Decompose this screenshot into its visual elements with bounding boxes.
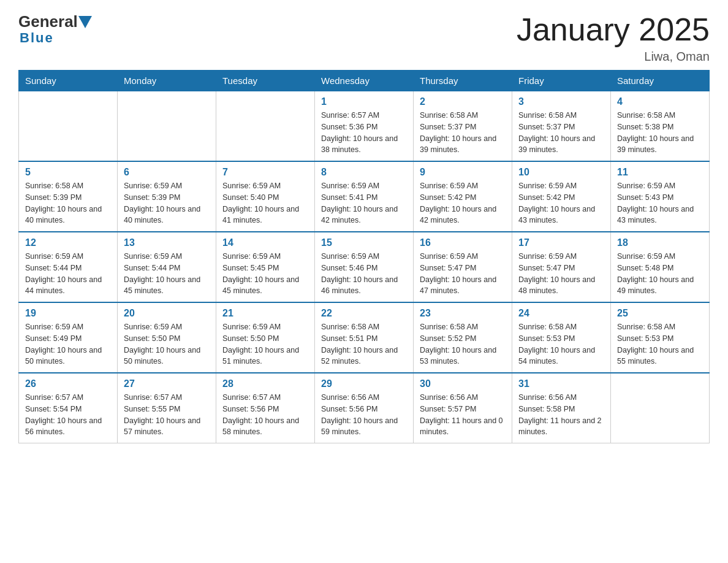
calendar-cell-w4-d2: 20 Sunrise: 6:59 AM Sunset: 5:50 PM Dayl…	[118, 302, 216, 373]
daylight-label: Daylight: 10 hours and 40 minutes.	[25, 205, 102, 225]
calendar-cell-w3-d2: 13 Sunrise: 6:59 AM Sunset: 5:44 PM Dayl…	[118, 232, 216, 302]
day-info: Sunrise: 6:59 AM Sunset: 5:42 PM Dayligh…	[420, 180, 506, 226]
day-info: Sunrise: 6:59 AM Sunset: 5:43 PM Dayligh…	[617, 180, 703, 226]
sunrise-label: Sunrise: 6:59 AM	[617, 252, 675, 261]
day-number: 9	[420, 167, 506, 178]
calendar-table: Sunday Monday Tuesday Wednesday Thursday…	[18, 70, 710, 443]
calendar-cell-w2-d6: 10 Sunrise: 6:59 AM Sunset: 5:42 PM Dayl…	[512, 161, 611, 232]
daylight-label: Daylight: 10 hours and 56 minutes.	[25, 416, 102, 437]
day-info: Sunrise: 6:58 AM Sunset: 5:37 PM Dayligh…	[518, 110, 604, 156]
sunset-label: Sunset: 5:54 PM	[25, 405, 82, 413]
day-number: 3	[518, 96, 604, 107]
calendar-cell-w1-d2	[118, 91, 216, 162]
daylight-label: Daylight: 10 hours and 58 minutes.	[222, 416, 299, 437]
day-number: 21	[222, 308, 308, 319]
sunrise-label: Sunrise: 6:56 AM	[321, 393, 379, 402]
day-info: Sunrise: 6:59 AM Sunset: 5:50 PM Dayligh…	[124, 321, 210, 367]
day-info: Sunrise: 6:59 AM Sunset: 5:44 PM Dayligh…	[25, 251, 111, 297]
day-info: Sunrise: 6:58 AM Sunset: 5:51 PM Dayligh…	[321, 321, 407, 367]
sunset-label: Sunset: 5:53 PM	[617, 334, 673, 343]
sunrise-label: Sunrise: 6:58 AM	[617, 323, 675, 331]
calendar-header-row: Sunday Monday Tuesday Wednesday Thursday…	[19, 71, 710, 91]
sunrise-label: Sunrise: 6:57 AM	[222, 393, 281, 402]
sunrise-label: Sunrise: 6:59 AM	[222, 252, 281, 261]
sunrise-label: Sunrise: 6:59 AM	[222, 323, 281, 331]
day-info: Sunrise: 6:59 AM Sunset: 5:47 PM Dayligh…	[518, 251, 604, 297]
day-info: Sunrise: 6:58 AM Sunset: 5:52 PM Dayligh…	[420, 321, 506, 367]
sunrise-label: Sunrise: 6:59 AM	[617, 182, 675, 190]
calendar-cell-w2-d1: 5 Sunrise: 6:58 AM Sunset: 5:39 PM Dayli…	[19, 161, 118, 232]
calendar-cell-w3-d7: 18 Sunrise: 6:59 AM Sunset: 5:48 PM Dayl…	[611, 232, 710, 302]
calendar-cell-w1-d5: 2 Sunrise: 6:58 AM Sunset: 5:37 PM Dayli…	[414, 91, 512, 162]
calendar-cell-w5-d1: 26 Sunrise: 6:57 AM Sunset: 5:54 PM Dayl…	[19, 373, 118, 443]
sunset-label: Sunset: 5:38 PM	[617, 123, 673, 131]
calendar-cell-w1-d6: 3 Sunrise: 6:58 AM Sunset: 5:37 PM Dayli…	[512, 91, 611, 162]
sunrise-label: Sunrise: 6:58 AM	[518, 111, 577, 120]
calendar-cell-w3-d6: 17 Sunrise: 6:59 AM Sunset: 5:47 PM Dayl…	[512, 232, 611, 302]
daylight-label: Daylight: 11 hours and 0 minutes.	[420, 416, 503, 437]
day-info: Sunrise: 6:59 AM Sunset: 5:44 PM Dayligh…	[124, 251, 210, 297]
day-info: Sunrise: 6:57 AM Sunset: 5:55 PM Dayligh…	[124, 392, 210, 438]
daylight-label: Daylight: 10 hours and 50 minutes.	[124, 346, 200, 366]
daylight-label: Daylight: 10 hours and 42 minutes.	[420, 205, 496, 225]
col-sunday: Sunday	[19, 71, 118, 91]
col-saturday: Saturday	[611, 71, 710, 91]
day-number: 5	[25, 167, 111, 178]
sunset-label: Sunset: 5:57 PM	[420, 405, 476, 413]
daylight-label: Daylight: 10 hours and 52 minutes.	[321, 346, 398, 366]
day-info: Sunrise: 6:59 AM Sunset: 5:40 PM Dayligh…	[222, 180, 308, 226]
calendar-cell-w5-d3: 28 Sunrise: 6:57 AM Sunset: 5:56 PM Dayl…	[216, 373, 315, 443]
daylight-label: Daylight: 10 hours and 45 minutes.	[222, 275, 299, 296]
sunset-label: Sunset: 5:40 PM	[222, 193, 279, 202]
sunset-label: Sunset: 5:47 PM	[420, 264, 476, 272]
day-info: Sunrise: 6:59 AM Sunset: 5:50 PM Dayligh…	[222, 321, 308, 367]
logo-blue-label: Blue	[20, 30, 54, 45]
calendar-cell-w2-d5: 9 Sunrise: 6:59 AM Sunset: 5:42 PM Dayli…	[414, 161, 512, 232]
sunset-label: Sunset: 5:42 PM	[420, 193, 476, 202]
daylight-label: Daylight: 10 hours and 39 minutes.	[420, 134, 496, 155]
day-info: Sunrise: 6:56 AM Sunset: 5:58 PM Dayligh…	[518, 392, 604, 438]
calendar-cell-w5-d4: 29 Sunrise: 6:56 AM Sunset: 5:56 PM Dayl…	[315, 373, 414, 443]
day-number: 6	[124, 167, 210, 178]
sunset-label: Sunset: 5:36 PM	[321, 123, 377, 131]
calendar-cell-w4-d5: 23 Sunrise: 6:58 AM Sunset: 5:52 PM Dayl…	[414, 302, 512, 373]
day-number: 8	[321, 167, 407, 178]
sunset-label: Sunset: 5:46 PM	[321, 264, 377, 272]
sunset-label: Sunset: 5:37 PM	[518, 123, 575, 131]
day-number: 19	[25, 308, 111, 319]
sunset-label: Sunset: 5:42 PM	[518, 193, 575, 202]
calendar-cell-w4-d7: 25 Sunrise: 6:58 AM Sunset: 5:53 PM Dayl…	[611, 302, 710, 373]
daylight-label: Daylight: 10 hours and 40 minutes.	[124, 205, 200, 225]
day-info: Sunrise: 6:59 AM Sunset: 5:45 PM Dayligh…	[222, 251, 308, 297]
calendar-cell-w2-d3: 7 Sunrise: 6:59 AM Sunset: 5:40 PM Dayli…	[216, 161, 315, 232]
calendar-cell-w1-d4: 1 Sunrise: 6:57 AM Sunset: 5:36 PM Dayli…	[315, 91, 414, 162]
calendar-cell-w3-d3: 14 Sunrise: 6:59 AM Sunset: 5:45 PM Dayl…	[216, 232, 315, 302]
sunrise-label: Sunrise: 6:59 AM	[321, 252, 379, 261]
day-number: 30	[420, 378, 506, 389]
calendar-cell-w4-d1: 19 Sunrise: 6:59 AM Sunset: 5:49 PM Dayl…	[19, 302, 118, 373]
day-info: Sunrise: 6:57 AM Sunset: 5:36 PM Dayligh…	[321, 110, 407, 156]
day-info: Sunrise: 6:56 AM Sunset: 5:57 PM Dayligh…	[420, 392, 506, 438]
week-row-1: 1 Sunrise: 6:57 AM Sunset: 5:36 PM Dayli…	[19, 91, 710, 162]
sunrise-label: Sunrise: 6:57 AM	[25, 393, 83, 402]
day-number: 15	[321, 237, 407, 248]
day-info: Sunrise: 6:59 AM Sunset: 5:42 PM Dayligh…	[518, 180, 604, 226]
sunrise-label: Sunrise: 6:59 AM	[518, 182, 577, 190]
day-info: Sunrise: 6:59 AM Sunset: 5:39 PM Dayligh…	[124, 180, 210, 226]
calendar-cell-w1-d3	[216, 91, 315, 162]
daylight-label: Daylight: 10 hours and 39 minutes.	[518, 134, 595, 155]
daylight-label: Daylight: 10 hours and 53 minutes.	[420, 346, 496, 366]
calendar-cell-w3-d5: 16 Sunrise: 6:59 AM Sunset: 5:47 PM Dayl…	[414, 232, 512, 302]
col-monday: Monday	[118, 71, 216, 91]
sunset-label: Sunset: 5:44 PM	[25, 264, 82, 272]
sunset-label: Sunset: 5:48 PM	[617, 264, 673, 272]
col-tuesday: Tuesday	[216, 71, 315, 91]
day-number: 18	[617, 237, 703, 248]
sunrise-label: Sunrise: 6:59 AM	[518, 252, 577, 261]
calendar-cell-w5-d6: 31 Sunrise: 6:56 AM Sunset: 5:58 PM Dayl…	[512, 373, 611, 443]
sunset-label: Sunset: 5:52 PM	[420, 334, 476, 343]
sunrise-label: Sunrise: 6:59 AM	[222, 182, 281, 190]
daylight-label: Daylight: 10 hours and 43 minutes.	[617, 205, 694, 225]
calendar-cell-w2-d7: 11 Sunrise: 6:59 AM Sunset: 5:43 PM Dayl…	[611, 161, 710, 232]
day-number: 31	[518, 378, 604, 389]
